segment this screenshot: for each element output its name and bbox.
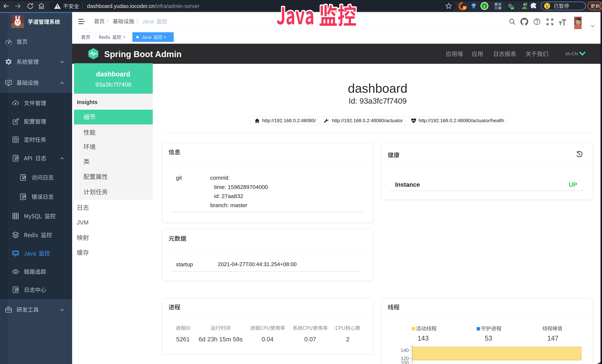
svg-text:1: 1 bbox=[464, 7, 465, 9]
svg-text:on: on bbox=[511, 7, 513, 9]
svg-text:y: y bbox=[484, 4, 485, 8]
